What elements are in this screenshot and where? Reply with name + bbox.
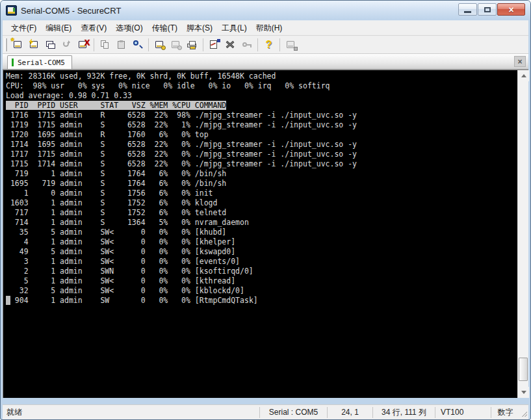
close-button[interactable]: ×	[497, 3, 525, 16]
terminal-line: 2 1 admin SWN 0 0% 0% [ksoftirqd/0]	[6, 267, 517, 276]
transfer-receive-icon	[170, 40, 182, 50]
titlebar[interactable]: Serial-COM5 - SecureCRT ×	[1, 1, 530, 20]
connect-button[interactable]	[26, 37, 42, 53]
session-tabbar: Serial-COM5 ×	[3, 54, 528, 70]
help-icon: ?	[266, 39, 272, 51]
terminal-line: 3 1 admin SW< 0 0% 0% [events/0]	[6, 257, 517, 267]
menu-transfer[interactable]: 传输(T)	[148, 21, 182, 36]
terminal-line: 714 1 admin S 1364 5% 0% nvram_daemon	[6, 218, 517, 228]
status-emulation: VT100	[435, 407, 491, 418]
app-icon	[6, 5, 17, 16]
terminal-line: 1719 1715 admin S 6528 22% 1% ./mjpg_str…	[6, 120, 517, 130]
copy-icon	[99, 40, 111, 50]
terminal-line: 904 1 admin SW 0 0% 0% [RtmpCmdQTask]	[6, 296, 517, 306]
maximize-icon	[484, 7, 491, 12]
status-cursor-position: 24, 1	[327, 407, 372, 418]
keymap-icon	[241, 40, 253, 50]
menu-file[interactable]: 文件(F)	[6, 21, 41, 36]
connected-indicator-icon	[12, 59, 14, 66]
session-options-icon	[209, 40, 220, 50]
menubar: 文件(F) 编辑(E) 查看(V) 选项(O) 传输(T) 脚本(S) 工具(L…	[3, 20, 528, 36]
terminal-line: 717 1 admin S 1752 6% 0% telnetd	[6, 208, 517, 218]
reconnect-icon	[61, 40, 73, 50]
quick-connect-button[interactable]: *	[10, 37, 26, 53]
connect-in-tab-button[interactable]	[42, 37, 58, 53]
terminal-line: PID PPID USER STAT VSZ %MEM %CPU COMMAND	[6, 101, 517, 111]
scroll-down-button[interactable]	[518, 387, 529, 398]
keymap-button	[239, 37, 255, 53]
help-button[interactable]: ?	[261, 37, 277, 53]
menu-help[interactable]: 帮助(H)	[252, 21, 287, 36]
print-button[interactable]	[184, 37, 200, 53]
terminal-screen[interactable]: Mem: 28316K used, 932K free, 0K shrd, 0K…	[3, 70, 517, 398]
terminal-line: 32 5 admin SW< 0 0% 0% [kblockd/0]	[6, 286, 517, 296]
tab-label: Serial-COM5	[18, 59, 65, 67]
terminal-line: 1720 1695 admin R 1760 6% 0% top	[6, 130, 517, 140]
transfer-receive-button	[168, 37, 184, 53]
copy-button	[97, 37, 113, 53]
toolbar-separator	[257, 38, 258, 51]
terminal-line: CPU: 98% usr 0% sys 0% nice 0% idle 0% i…	[6, 81, 517, 91]
menu-tools[interactable]: 工具(L)	[217, 21, 252, 36]
tabbar-close-button[interactable]: ×	[514, 56, 526, 67]
terminal-line: 1715 1714 admin S 6528 22% 0% ./mjpg_str…	[6, 159, 517, 169]
terminal-line: 5 1 admin SW< 0 0% 0% [kthread]	[6, 276, 517, 286]
terminal-line: 1716 1715 admin R 6528 22% 98% ./mjpg_st…	[6, 111, 517, 120]
toolbar: * X	[3, 36, 528, 54]
terminal-line: 1717 1715 admin S 6528 22% 0% ./mjpg_str…	[6, 150, 517, 159]
toolbar-separator	[94, 38, 94, 51]
find-icon	[132, 40, 144, 50]
paste-button	[113, 37, 129, 53]
minimize-button[interactable]	[458, 3, 477, 16]
tab-serial-com5[interactable]: Serial-COM5	[7, 55, 72, 69]
print-icon	[187, 40, 198, 50]
toolbar-grip[interactable]	[5, 38, 7, 51]
reconnect-button	[58, 37, 75, 53]
menu-edit[interactable]: 编辑(E)	[41, 21, 76, 36]
process-table-header: PID PPID USER STAT VSZ %MEM %CPU COMMAND	[6, 101, 226, 110]
status-num-indicator: 数字	[491, 407, 519, 418]
transfer-send-icon	[154, 40, 166, 50]
terminal-area: Mem: 28316K used, 932K free, 0K shrd, 0K…	[3, 70, 528, 398]
menu-view[interactable]: 查看(V)	[76, 21, 111, 36]
status-ready: 就绪	[3, 407, 259, 418]
terminal-cursor	[6, 296, 10, 305]
toolbar-separator	[203, 38, 203, 51]
terminal-line: 1714 1695 admin S 6528 22% 0% ./mjpg_str…	[6, 140, 517, 150]
paste-icon	[116, 40, 127, 50]
scroll-up-button[interactable]	[518, 70, 529, 81]
quick-connect-icon: *	[12, 40, 24, 50]
menu-script[interactable]: 脚本(S)	[182, 21, 217, 36]
securecrt-window: Serial-COM5 - SecureCRT × 文件(F) 编辑(E) 查看…	[0, 0, 531, 420]
disconnect-button[interactable]: X	[75, 37, 91, 53]
statusbar: 就绪 Serial : COM5 24, 1 34 行, 111 列 VT100…	[3, 404, 528, 419]
find-button[interactable]	[129, 37, 146, 53]
session-options-button[interactable]	[206, 37, 222, 53]
maximize-button[interactable]	[478, 3, 497, 16]
close-icon: ×	[517, 57, 522, 66]
toolbar-separator	[279, 38, 280, 51]
vertical-scrollbar[interactable]	[517, 70, 528, 398]
transfer-send-button[interactable]	[151, 37, 168, 53]
window-title: Serial-COM5 - SecureCRT	[21, 6, 121, 16]
global-options-icon	[225, 40, 237, 50]
scrollbar-thumb[interactable]	[519, 358, 528, 381]
terminal-line: 1603 1 admin S 1752 6% 0% klogd	[6, 198, 517, 208]
terminal-line: Load average: 0.98 0.71 0.33	[6, 91, 517, 101]
minimize-icon	[464, 11, 471, 13]
arrow-down-icon	[521, 391, 526, 397]
terminal-line: 719 1 admin S 1764 6% 0% /bin/sh	[6, 169, 517, 179]
arrow-up-icon	[521, 72, 526, 77]
resize-grip[interactable]	[519, 407, 528, 418]
terminal-line: Mem: 28316K used, 932K free, 0K shrd, 0K…	[6, 72, 517, 81]
menu-options[interactable]: 选项(O)	[111, 21, 147, 36]
terminal-line: 1695 719 admin S 1764 6% 0% /bin/sh	[6, 179, 517, 189]
close-icon: ×	[508, 5, 513, 14]
status-screen-size: 34 行, 111 列	[372, 407, 435, 418]
terminal-line: 49 5 admin SW< 0 0% 0% [kswapd0]	[6, 247, 517, 257]
connect-icon	[29, 40, 40, 50]
global-options-button[interactable]	[222, 37, 239, 53]
terminal-line: 4 1 admin SW< 0 0% 0% [khelper]	[6, 237, 517, 247]
lock-session-button	[283, 37, 299, 53]
disconnect-icon: X	[77, 40, 89, 50]
